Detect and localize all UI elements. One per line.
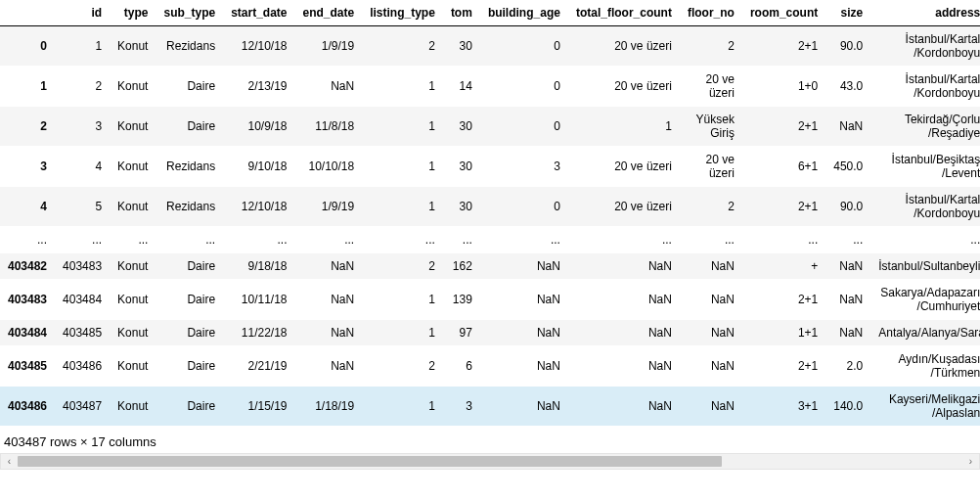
cell-listing_type: 2 bbox=[362, 26, 443, 67]
cell-sub_type: Daire bbox=[156, 387, 223, 427]
column-header-total_floor_count: total_floor_count bbox=[568, 0, 680, 26]
table-row: 403482403483KonutDaire9/18/18NaN2162NaNN… bbox=[0, 253, 980, 280]
cell-end_date: ... bbox=[295, 227, 363, 253]
cell-end_date: 11/8/18 bbox=[295, 107, 363, 147]
index-column-header bbox=[0, 0, 55, 26]
cell-type: Konut bbox=[110, 253, 156, 280]
cell-total_floor_count: 20 ve üzeri bbox=[568, 187, 680, 227]
cell-floor_no: Yüksek Giriş bbox=[680, 107, 742, 147]
cell-type: Konut bbox=[110, 187, 156, 227]
horizontal-scrollbar[interactable]: ‹ › bbox=[0, 453, 980, 470]
cell-listing_type: 1 bbox=[362, 280, 443, 320]
scrollbar-track[interactable] bbox=[18, 454, 962, 469]
cell-size: 2.0 bbox=[825, 346, 870, 387]
cell-address: Aydın/Kuşadası /Türkmen bbox=[870, 346, 980, 387]
cell-start_date: 2/13/19 bbox=[223, 67, 294, 107]
cell-room_count: 2+1 bbox=[742, 107, 825, 147]
cell-total_floor_count: 20 ve üzeri bbox=[568, 147, 680, 187]
cell-start_date: 12/10/18 bbox=[223, 26, 294, 67]
cell-id: 2 bbox=[55, 67, 110, 107]
column-header-tom: tom bbox=[443, 0, 480, 26]
row-index-cell: 403483 bbox=[0, 280, 55, 320]
cell-size: 140.0 bbox=[825, 387, 870, 427]
cell-end_date: 10/10/18 bbox=[295, 147, 363, 187]
cell-type: ... bbox=[110, 227, 156, 253]
cell-end_date: NaN bbox=[295, 67, 363, 107]
cell-start_date: 12/10/18 bbox=[223, 187, 294, 227]
cell-id: 403486 bbox=[55, 346, 110, 387]
table-row: 23KonutDaire10/9/1811/8/1813001Yüksek Gi… bbox=[0, 107, 980, 147]
cell-building_age: ... bbox=[480, 227, 568, 253]
table-row: 403485403486KonutDaire2/21/19NaN26NaNNaN… bbox=[0, 346, 980, 387]
cell-tom: 30 bbox=[443, 147, 480, 187]
cell-sub_type: Daire bbox=[156, 320, 223, 346]
cell-listing_type: 1 bbox=[362, 387, 443, 427]
dataframe-table: idtypesub_typestart_dateend_datelisting_… bbox=[0, 0, 980, 427]
scrollbar-thumb[interactable] bbox=[18, 456, 722, 467]
cell-tom: ... bbox=[443, 227, 480, 253]
cell-id: 3 bbox=[55, 107, 110, 147]
cell-floor_no: 20 ve üzeri bbox=[680, 147, 742, 187]
cell-room_count: 2+1 bbox=[742, 187, 825, 227]
row-index-cell: 403486 bbox=[0, 387, 55, 427]
cell-id: 5 bbox=[55, 187, 110, 227]
cell-total_floor_count: NaN bbox=[568, 387, 680, 427]
cell-size: ... bbox=[825, 227, 870, 253]
cell-total_floor_count: 20 ve üzeri bbox=[568, 67, 680, 107]
cell-tom: 3 bbox=[443, 387, 480, 427]
cell-listing_type: 1 bbox=[362, 67, 443, 107]
cell-type: Konut bbox=[110, 107, 156, 147]
cell-room_count: 3+1 bbox=[742, 387, 825, 427]
cell-total_floor_count: NaN bbox=[568, 253, 680, 280]
cell-sub_type: ... bbox=[156, 227, 223, 253]
cell-type: Konut bbox=[110, 67, 156, 107]
cell-size: NaN bbox=[825, 253, 870, 280]
cell-end_date: NaN bbox=[295, 346, 363, 387]
cell-size: NaN bbox=[825, 107, 870, 147]
cell-id: ... bbox=[55, 227, 110, 253]
cell-address: İstanbul/Kartal /Kordonboyu bbox=[870, 67, 980, 107]
table-row: 01KonutRezidans12/10/181/9/19230020 ve ü… bbox=[0, 26, 980, 67]
cell-size: 90.0 bbox=[825, 187, 870, 227]
table-row: 45KonutRezidans12/10/181/9/19130020 ve ü… bbox=[0, 187, 980, 227]
cell-start_date: 10/9/18 bbox=[223, 107, 294, 147]
column-header-building_age: building_age bbox=[480, 0, 568, 26]
cell-type: Konut bbox=[110, 280, 156, 320]
cell-listing_type: 1 bbox=[362, 147, 443, 187]
cell-end_date: 1/18/19 bbox=[295, 387, 363, 427]
cell-building_age: NaN bbox=[480, 253, 568, 280]
cell-listing_type: 1 bbox=[362, 187, 443, 227]
cell-type: Konut bbox=[110, 346, 156, 387]
cell-id: 403483 bbox=[55, 253, 110, 280]
cell-address: Antalya/Alanya/Saray bbox=[870, 320, 980, 346]
cell-room_count: 2+1 bbox=[742, 346, 825, 387]
column-header-sub_type: sub_type bbox=[156, 0, 223, 26]
table-row: 403486403487KonutDaire1/15/191/18/1913Na… bbox=[0, 387, 980, 427]
cell-total_floor_count: 20 ve üzeri bbox=[568, 26, 680, 67]
scroll-right-arrow-icon[interactable]: › bbox=[962, 453, 979, 470]
cell-tom: 30 bbox=[443, 26, 480, 67]
cell-building_age: 3 bbox=[480, 147, 568, 187]
cell-tom: 30 bbox=[443, 187, 480, 227]
cell-room_count: 1+0 bbox=[742, 67, 825, 107]
row-index-cell: 4 bbox=[0, 187, 55, 227]
cell-address: Tekirdağ/Çorlu /Reşadiye bbox=[870, 107, 980, 147]
cell-id: 4 bbox=[55, 147, 110, 187]
column-header-type: type bbox=[110, 0, 156, 26]
cell-listing_type: 1 bbox=[362, 107, 443, 147]
row-index-cell: 2 bbox=[0, 107, 55, 147]
cell-floor_no: ... bbox=[680, 227, 742, 253]
row-index-cell: 403485 bbox=[0, 346, 55, 387]
column-header-listing_type: listing_type bbox=[362, 0, 443, 26]
row-index-cell: 3 bbox=[0, 147, 55, 187]
cell-end_date: 1/9/19 bbox=[295, 187, 363, 227]
cell-id: 1 bbox=[55, 26, 110, 67]
cell-start_date: 9/18/18 bbox=[223, 253, 294, 280]
scroll-left-arrow-icon[interactable]: ‹ bbox=[1, 453, 18, 470]
cell-floor_no: NaN bbox=[680, 253, 742, 280]
table-row: 12KonutDaire2/13/19NaN114020 ve üzeri20 … bbox=[0, 67, 980, 107]
cell-listing_type: 2 bbox=[362, 346, 443, 387]
cell-type: Konut bbox=[110, 147, 156, 187]
cell-tom: 97 bbox=[443, 320, 480, 346]
cell-start_date: 9/10/18 bbox=[223, 147, 294, 187]
